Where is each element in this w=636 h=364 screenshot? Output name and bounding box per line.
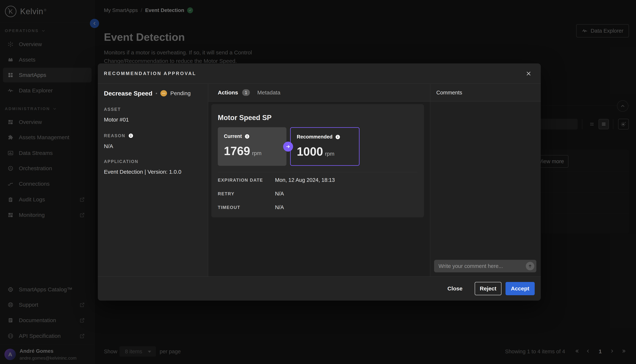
recommended-unit: rpm	[325, 151, 335, 157]
asset-label: ASSET	[104, 107, 121, 112]
close-icon	[525, 70, 532, 77]
info-icon[interactable]	[244, 134, 250, 139]
application-value: Event Detection | Version: 1.0.0	[104, 169, 181, 175]
info-icon[interactable]	[128, 133, 133, 138]
current-value: 1769	[224, 145, 250, 157]
application-label: APPLICATION	[104, 159, 138, 164]
accept-button[interactable]: Accept	[505, 282, 535, 295]
modal-header: RECOMMENDATION APPROVAL	[98, 64, 541, 84]
arrow-right-icon	[283, 142, 293, 152]
recommendation-summary-header: Decrease Speed Pending	[104, 89, 191, 98]
action-card: Motor Speed SP Current 1769 rpm Recommen…	[211, 104, 424, 218]
recommended-value: 1000	[297, 146, 323, 158]
recommendation-approval-modal: RECOMMENDATION APPROVAL Decrease Speed P…	[98, 64, 541, 300]
recommended-label: Recommended	[297, 134, 333, 140]
retry-label: RETRY	[218, 191, 234, 196]
expiration-value: Mon, 12 Aug 2024, 18:13	[275, 177, 335, 183]
tab-metadata[interactable]: Metadata	[257, 90, 280, 96]
status-label: Pending	[170, 90, 191, 96]
actions-count-badge: 1	[242, 89, 250, 96]
retry-value: N/A	[275, 191, 284, 197]
modal-title: RECOMMENDATION APPROVAL	[104, 71, 196, 76]
timeout-label: TIMEOUT	[218, 205, 240, 210]
current-label: Current	[224, 134, 242, 139]
recommendation-name: Decrease Speed	[104, 90, 152, 97]
tab-actions[interactable]: Actions	[218, 90, 238, 96]
action-card-title: Motor Speed SP	[218, 114, 271, 122]
reason-value: N/A	[104, 143, 113, 149]
pending-ellipsis-icon	[160, 90, 167, 96]
recommended-value-box: Recommended 1000 rpm	[290, 127, 360, 166]
comments-title: Comments	[430, 84, 541, 102]
divider	[218, 172, 418, 172]
modal-tabs: Actions 1 Metadata	[208, 84, 430, 102]
current-unit: rpm	[252, 150, 261, 156]
timeout-value: N/A	[275, 204, 284, 210]
close-button[interactable]	[524, 70, 533, 78]
expiration-label: EXPIRATION DATE	[218, 178, 263, 183]
arrow-up-icon	[527, 264, 533, 269]
asset-value: Motor #01	[104, 116, 129, 123]
reason-label: REASON	[104, 133, 133, 138]
send-comment-button[interactable]	[526, 262, 534, 270]
app-root: K Kelvin® OPERATIONS Overview Assets Sma…	[0, 0, 636, 364]
close-modal-button[interactable]: Close	[446, 285, 464, 292]
comment-input[interactable]	[434, 260, 536, 272]
modal-footer: Close Reject Accept	[98, 276, 541, 300]
reject-button[interactable]: Reject	[475, 282, 501, 295]
comments-panel	[430, 102, 541, 276]
dot-separator-icon	[156, 93, 157, 94]
info-icon[interactable]	[335, 134, 340, 140]
comment-input-wrap	[434, 260, 536, 272]
current-value-box: Current 1769 rpm	[218, 127, 286, 166]
